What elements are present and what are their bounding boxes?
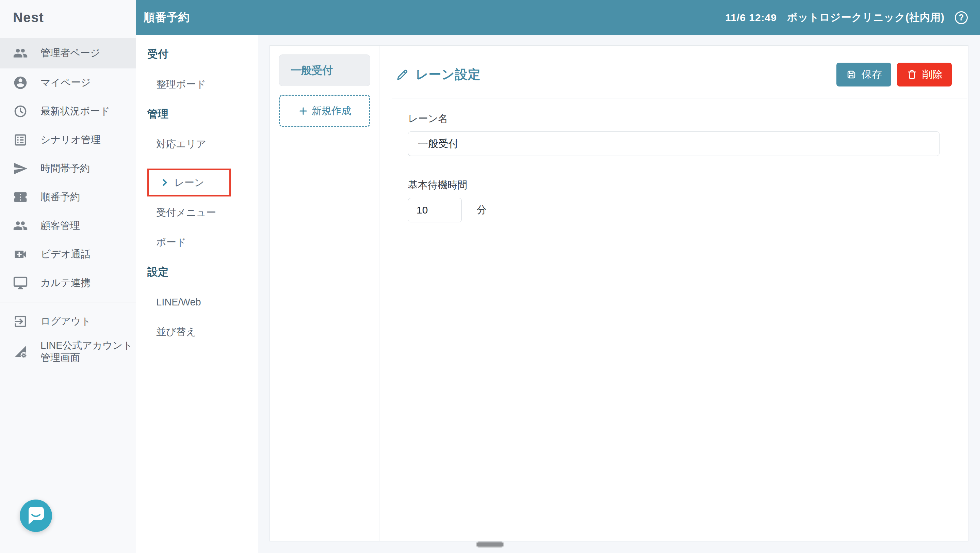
submenu-item-area[interactable]: 対応エリア <box>156 139 258 149</box>
sidebar-item-line-account[interactable]: LINE公式アカウント 管理画面 <box>0 336 136 367</box>
sidebar-item-karte-link[interactable]: カルテ連携 <box>0 269 136 297</box>
submenu-item-lane-highlighted[interactable]: レーン <box>147 169 231 196</box>
sidebar-item-label: 最新状況ボード <box>40 105 110 118</box>
sidebar-item-label: マイページ <box>40 76 91 89</box>
left-sidebar: Nest 管理者ページ マイページ 最新状況ボード <box>0 0 136 553</box>
lane-name-input[interactable] <box>408 131 940 156</box>
sidebar-item-customers[interactable]: 顧客管理 <box>0 212 136 240</box>
sidebar-item-label: 時間帯予約 <box>40 162 90 175</box>
lane-name-label: レーン名 <box>408 112 940 126</box>
save-button-label: 保存 <box>862 68 882 82</box>
sidebar-item-my-page[interactable]: マイページ <box>0 69 136 97</box>
clock-icon <box>13 104 28 119</box>
ticket-icon <box>13 189 28 205</box>
person-circle-icon <box>13 75 28 91</box>
lane-tab-selected[interactable]: 一般受付 <box>279 54 370 86</box>
plus-icon <box>298 106 308 116</box>
submenu-section-reception: 受付 <box>147 49 258 59</box>
submenu-item-sort[interactable]: 並び替え <box>156 327 258 337</box>
lane-list-column: 一般受付 新規作成 <box>270 46 379 541</box>
top-header: 順番予約 11/6 12:49 ボットロジークリニック(社内用) ? <box>136 0 980 35</box>
save-button[interactable]: 保存 <box>837 63 891 86</box>
sidebar-item-label: LINE公式アカウント 管理画面 <box>40 339 133 364</box>
sidebar-item-queue[interactable]: 順番予約 <box>0 183 136 212</box>
sidebar-item-video-call[interactable]: ビデオ通話 <box>0 240 136 269</box>
panel-actions: 保存 削除 <box>837 63 952 86</box>
sidebar-item-scenario[interactable]: シナリオ管理 <box>0 126 136 154</box>
header-clinic-name[interactable]: ボットロジークリニック(社内用) <box>787 11 945 24</box>
submenu-item-line-web[interactable]: LINE/Web <box>156 297 258 307</box>
submenu-section-settings: 設定 <box>147 267 258 277</box>
submenu-section-management: 管理 <box>147 108 258 119</box>
header-datetime: 11/6 12:49 <box>725 12 777 24</box>
line-account-settings-icon <box>13 344 28 359</box>
panel-header: レーン設定 保存 <box>379 46 968 86</box>
monitor-icon <box>13 275 28 291</box>
submenu-item-seiri-board[interactable]: 整理ボード <box>156 79 258 89</box>
submenu-item-label: レーン <box>174 177 204 188</box>
delete-button[interactable]: 削除 <box>897 63 952 86</box>
send-icon <box>13 161 28 176</box>
sidebar-item-status-board[interactable]: 最新状況ボード <box>0 97 136 126</box>
sidebar-item-label: 顧客管理 <box>40 219 80 233</box>
panel-title: レーン設定 <box>415 66 481 83</box>
header-right: 11/6 12:49 ボットロジークリニック(社内用) ? <box>725 11 980 24</box>
main-area: 一般受付 新規作成 <box>258 35 980 553</box>
submenu-item-reception-menu[interactable]: 受付メニュー <box>156 207 258 218</box>
create-lane-button[interactable]: 新規作成 <box>279 95 370 127</box>
help-icon[interactable]: ? <box>955 11 968 24</box>
sidebar-item-label: 管理者ページ <box>40 46 100 60</box>
submenu-sidebar: 受付 整理ボード 管理 対応エリア レーン 受付メニュー ボード 設定 LINE… <box>136 35 258 553</box>
sidebar-nav: 管理者ページ マイページ 最新状況ボード シナリオ管理 <box>0 38 136 367</box>
lane-settings-panel: レーン設定 保存 <box>379 46 968 541</box>
sidebar-item-label: ビデオ通話 <box>40 247 91 261</box>
content-card: 一般受付 新規作成 <box>269 45 969 542</box>
wait-time-label: 基本待機時間 <box>408 178 940 192</box>
page-title: 順番予約 <box>136 10 190 25</box>
app-logo: Nest <box>0 0 136 35</box>
wait-time-unit: 分 <box>477 203 487 217</box>
lane-settings-form: レーン名 基本待機時間 分 <box>379 99 968 222</box>
create-lane-label: 新規作成 <box>312 104 351 118</box>
save-icon <box>846 69 857 80</box>
people-icon <box>13 218 28 234</box>
sidebar-item-label: 順番予約 <box>40 190 80 204</box>
sidebar-item-label: シナリオ管理 <box>40 133 101 147</box>
list-icon <box>13 132 28 148</box>
sidebar-item-logout[interactable]: ログアウト <box>0 307 136 336</box>
chat-bubble-icon <box>20 500 52 532</box>
app-root: Nest 管理者ページ マイページ 最新状況ボード <box>0 0 980 553</box>
sidebar-item-label: ログアウト <box>40 315 91 328</box>
video-call-icon <box>13 247 28 262</box>
chevron-right-icon <box>159 177 170 188</box>
submenu-item-board[interactable]: ボード <box>156 237 258 247</box>
panel-title-group: レーン設定 <box>396 66 481 83</box>
wait-time-input[interactable] <box>408 198 462 222</box>
edit-pencil-icon <box>396 68 409 81</box>
horizontal-scrollbar-thumb[interactable] <box>476 542 504 548</box>
people-icon <box>13 45 28 61</box>
wait-time-row: 分 <box>408 198 940 222</box>
delete-button-label: 削除 <box>922 68 943 82</box>
chat-widget-button[interactable] <box>20 500 52 532</box>
logout-icon <box>13 314 28 329</box>
sidebar-item-admin-page[interactable]: 管理者ページ <box>0 38 136 69</box>
sidebar-item-label: カルテ連携 <box>40 276 91 290</box>
sidebar-item-timeslot[interactable]: 時間帯予約 <box>0 154 136 183</box>
trash-icon <box>906 69 918 80</box>
